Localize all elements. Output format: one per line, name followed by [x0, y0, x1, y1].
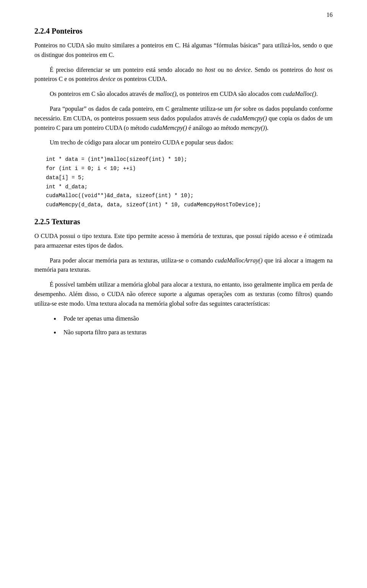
paragraph-8: É possível também utilizar a memória glo…	[34, 280, 333, 308]
page: 16 2.2.4 Ponteiros Ponteiros no CUDA são…	[0, 0, 367, 588]
paragraph-6: O CUDA possui o tipo textura. Este tipo …	[34, 232, 333, 251]
paragraph-4: Para “popular” os dados de cada ponteiro…	[34, 104, 333, 133]
section-2-2-5-heading: 2.2.5 Texturas	[34, 217, 333, 226]
paragraph-1: Ponteiros no CUDA são muito similares a …	[34, 41, 333, 60]
page-number: 16	[326, 11, 333, 18]
paragraph-2: É preciso diferenciar se um ponteiro est…	[34, 65, 333, 84]
bullet-dot-2: •	[54, 328, 60, 338]
bullet-dot-1: •	[54, 314, 60, 324]
bullet-list-texturas: • Pode ter apenas uma dimensão • Não sup…	[54, 314, 333, 338]
paragraph-3: Os ponteiros em C são alocados através d…	[34, 89, 333, 99]
bullet-text-2: Não suporta filtro para as texturas	[63, 328, 146, 337]
bullet-item-1: • Pode ter apenas uma dimensão	[54, 314, 333, 324]
code-block-pointers: int * data = (int*)malloc(sizeof(int) * …	[46, 155, 333, 210]
section-2-2-4-heading: 2.2.4 Ponteiros	[34, 27, 333, 36]
bullet-text-1: Pode ter apenas uma dimensão	[63, 314, 139, 324]
bullet-item-2: • Não suporta filtro para as texturas	[54, 328, 333, 338]
paragraph-7: Para poder alocar memória para as textur…	[34, 256, 333, 275]
paragraph-5: Um trecho de código para alocar um ponte…	[34, 138, 333, 147]
